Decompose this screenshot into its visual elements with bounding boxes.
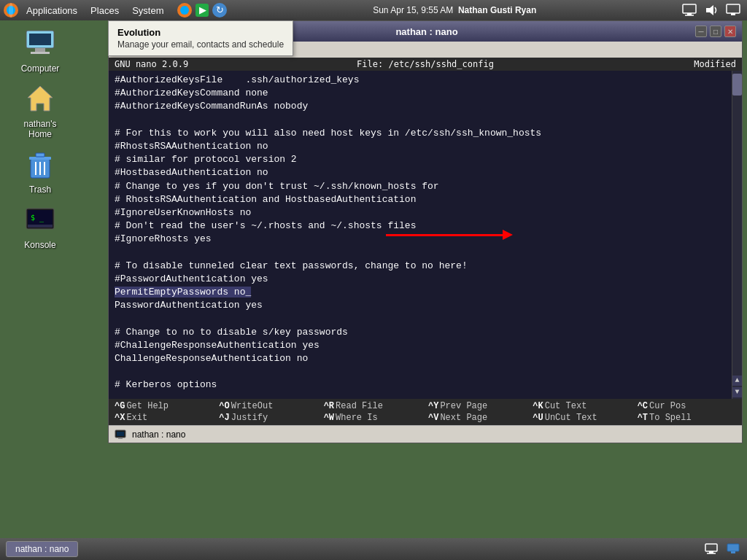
display-icon[interactable] bbox=[681, 2, 697, 18]
tooltip-title: Evolution bbox=[117, 27, 284, 38]
shortcut-label-j: Justify bbox=[231, 413, 268, 423]
taskbar-right bbox=[681, 2, 747, 18]
shortcut-label-w: Where Is bbox=[336, 413, 378, 423]
nano-bottombar-icon bbox=[115, 429, 126, 440]
taskbar-bottom-left: nathan : nano bbox=[6, 541, 78, 557]
shortcut-get-help: ^G Get Help bbox=[112, 400, 216, 412]
konsole-svg-icon: $ _ bbox=[23, 203, 57, 236]
svg-rect-37 bbox=[731, 551, 735, 553]
svg-rect-13 bbox=[727, 4, 740, 13]
shortcut-tospell: ^T To Spell bbox=[635, 412, 739, 424]
applications-menu[interactable]: Applications bbox=[20, 4, 83, 18]
shortcut-key-o: ^O bbox=[219, 401, 229, 411]
shortcut-label-c: Cur Pos bbox=[649, 401, 686, 411]
shortcut-cuttext: ^K Cut Text bbox=[530, 400, 634, 412]
nano-window: nathan : nano ─ □ ✕ Bookmarks Settings H… bbox=[108, 20, 743, 443]
svg-rect-22 bbox=[36, 153, 44, 157]
svg-text:$ _: $ _ bbox=[31, 214, 44, 222]
svg-rect-31 bbox=[117, 432, 124, 436]
scrollbar[interactable]: ▲ ▼ bbox=[732, 71, 742, 399]
shortcut-label-k: Cut Text bbox=[545, 401, 587, 411]
shortcut-key-c: ^C bbox=[638, 401, 648, 411]
nano-editor[interactable]: #AuthorizedKeysFile .ssh/authorized_keys… bbox=[109, 71, 742, 399]
scroll-down-btn[interactable]: ▼ bbox=[732, 387, 742, 397]
close-button[interactable]: ✕ bbox=[724, 26, 736, 37]
nano-bottombar: nathan : nano bbox=[109, 425, 742, 443]
taskbar-window-button[interactable]: nathan : nano bbox=[6, 541, 78, 557]
shortcut-writeout: ^O WriteOut bbox=[216, 400, 320, 412]
shortcut-key-y: ^Y bbox=[428, 401, 438, 411]
places-menu[interactable]: Places bbox=[85, 4, 125, 18]
taskbar-system-tray bbox=[703, 541, 741, 557]
shortcut-justify: ^J Justify bbox=[216, 412, 320, 424]
svg-rect-36 bbox=[727, 544, 739, 551]
arrow-annotation bbox=[386, 230, 513, 240]
firefox-icon[interactable] bbox=[177, 2, 193, 18]
shortcut-key-r: ^R bbox=[324, 401, 334, 411]
desktop-icons: Computer nathan's Home Trash bbox=[11, 26, 69, 250]
shortcut-exit: ^X Exit bbox=[112, 412, 216, 424]
svg-text:▶: ▶ bbox=[199, 5, 206, 15]
taskbar-left: Applications Places System ▶ ↻ bbox=[0, 2, 228, 18]
svg-rect-14 bbox=[731, 13, 735, 15]
svg-marker-19 bbox=[28, 86, 53, 111]
svg-rect-33 bbox=[705, 544, 717, 551]
runner-icon[interactable]: ▶ bbox=[194, 2, 210, 18]
arrow-line bbox=[386, 234, 503, 236]
maximize-button[interactable]: □ bbox=[710, 26, 721, 37]
nano-shortcuts: ^G Get Help ^O WriteOut ^R Read File ^Y … bbox=[109, 399, 742, 425]
tray-display-icon[interactable] bbox=[703, 541, 719, 557]
desktop-icon-konsole[interactable]: $ _ Konsole bbox=[11, 202, 69, 250]
taskbar-bottom: nathan : nano bbox=[0, 538, 747, 560]
home-svg-icon bbox=[23, 82, 57, 115]
svg-point-2 bbox=[9, 3, 13, 18]
nano-statusbar: GNU nano 2.0.9 File: /etc/ssh/sshd_confi… bbox=[109, 58, 742, 71]
volume-icon[interactable] bbox=[703, 2, 719, 18]
shortcut-key-v: ^V bbox=[428, 413, 438, 423]
svg-rect-32 bbox=[118, 438, 123, 439]
shortcut-label-y: Prev Page bbox=[440, 401, 487, 411]
shortcut-label-x: Exit bbox=[126, 413, 147, 423]
nano-window-controls: ─ □ ✕ bbox=[695, 26, 736, 37]
desktop-icon-computer[interactable]: Computer bbox=[11, 26, 69, 74]
nano-bottombar-title: nathan : nano bbox=[132, 429, 185, 440]
tray-network-icon[interactable] bbox=[725, 541, 741, 557]
shortcut-label-v: Next Page bbox=[440, 413, 487, 423]
svg-point-4 bbox=[180, 6, 189, 15]
shortcut-label-o: WriteOut bbox=[231, 401, 274, 411]
shortcut-key-j: ^J bbox=[219, 413, 229, 423]
shortcut-label-t: To Spell bbox=[649, 413, 692, 423]
shortcut-key-k: ^K bbox=[533, 401, 543, 411]
system-menu[interactable]: System bbox=[126, 4, 169, 18]
network-icon[interactable] bbox=[725, 2, 741, 18]
nano-filepath: File: /etc/ssh/sshd_config bbox=[270, 59, 581, 69]
arrow-head bbox=[503, 230, 513, 240]
svg-rect-21 bbox=[29, 157, 51, 160]
konsole-icon-img: $ _ bbox=[23, 202, 58, 237]
tray-network-svg bbox=[726, 542, 740, 556]
trash-icon-label: Trash bbox=[29, 184, 51, 195]
svg-marker-12 bbox=[706, 5, 713, 15]
scroll-up-btn[interactable]: ▲ bbox=[732, 376, 742, 386]
evolution-tooltip: Evolution Manage your email, contacts an… bbox=[108, 20, 293, 56]
shortcut-key-u: ^U bbox=[533, 413, 543, 423]
desktop-icon-home[interactable]: nathan's Home bbox=[11, 81, 69, 139]
nano-version: GNU nano 2.0.9 bbox=[115, 59, 270, 69]
shortcut-uncuttext: ^U UnCut Text bbox=[530, 412, 634, 424]
shortcut-key-w: ^W bbox=[324, 413, 334, 423]
shortcut-prevpage: ^Y Prev Page bbox=[425, 400, 530, 412]
desktop-icon-trash[interactable]: Trash bbox=[11, 147, 69, 195]
taskbar-datetime: Sun Apr 15, 9:55 AM Nathan Gusti Ryan bbox=[373, 5, 536, 15]
update-icon[interactable]: ↻ bbox=[212, 2, 228, 18]
shortcut-key-t: ^T bbox=[638, 413, 648, 423]
trash-icon-img bbox=[23, 147, 58, 182]
computer-svg-icon bbox=[23, 26, 57, 60]
shortcut-label-r: Read File bbox=[336, 401, 383, 411]
applications-icon bbox=[3, 2, 19, 18]
shortcuts-row-2: ^X Exit ^J Justify ^W Where Is ^V Next P… bbox=[112, 412, 739, 424]
nano-modified: Modified bbox=[581, 59, 736, 69]
konsole-icon-label: Konsole bbox=[24, 240, 55, 250]
scrollbar-thumb[interactable] bbox=[732, 74, 742, 96]
minimize-button[interactable]: ─ bbox=[695, 26, 707, 37]
svg-rect-17 bbox=[35, 48, 45, 52]
